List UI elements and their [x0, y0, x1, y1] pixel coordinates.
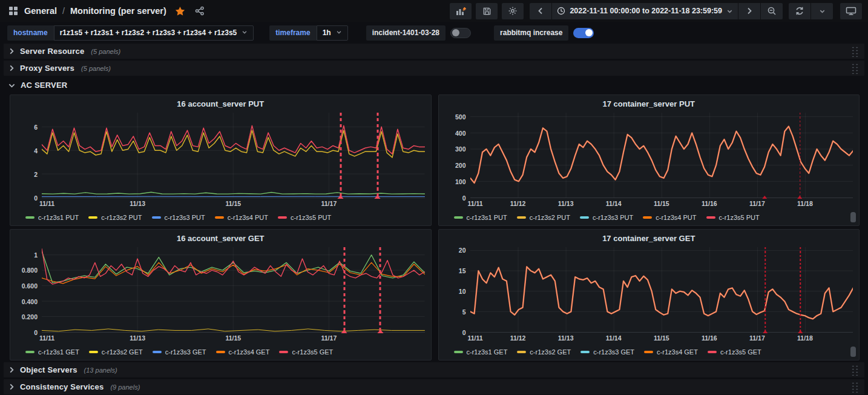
row-ac-server[interactable]: AC SERVER: [4, 78, 864, 93]
annotation-marker[interactable]: [340, 113, 341, 198]
legend-item[interactable]: c-r1z3s2 PUT: [88, 214, 142, 221]
legend-item[interactable]: c-r1z3s4 PUT: [643, 214, 696, 221]
legend-label: c-r1z3s1 PUT: [467, 214, 507, 221]
legend-swatch: [25, 216, 35, 219]
legend-item[interactable]: c-r1z3s4 PUT: [215, 214, 268, 221]
x-tick-label: 11/13: [130, 334, 145, 342]
row-title: Object Servers: [20, 365, 77, 374]
annotation-marker[interactable]: [800, 247, 801, 332]
legend-label: c-r1z3s5 GET: [720, 348, 761, 356]
legend-swatch: [89, 351, 98, 353]
refresh-interval-caret[interactable]: [811, 3, 833, 19]
legend-item[interactable]: c-r1z3s1 PUT: [454, 214, 507, 221]
share-icon[interactable]: [195, 6, 205, 16]
annotation-marker[interactable]: [764, 113, 766, 198]
y-axis: 20151050: [441, 247, 470, 333]
row-drag-handle[interactable]: [850, 381, 858, 393]
plot-area[interactable]: [42, 247, 425, 333]
legend-item[interactable]: c-r1z3s3 GET: [580, 348, 634, 356]
legend-item[interactable]: c-r1z3s5 GET: [708, 348, 761, 356]
row-panel-count: (5 panels): [91, 48, 120, 55]
x-tick-label: 11/15: [225, 334, 241, 342]
refresh-button[interactable]: [789, 3, 810, 19]
annotation-marker[interactable]: [343, 247, 345, 332]
legend-item[interactable]: c-r1z3s1 GET: [25, 348, 79, 356]
caret-down-icon: [726, 8, 733, 15]
legend-scrollbar-thumb[interactable]: [850, 212, 856, 222]
panel-title[interactable]: 17 container_server GET: [439, 230, 860, 245]
legend-item[interactable]: c-r1z3s1 PUT: [25, 214, 79, 221]
plot-area[interactable]: [470, 113, 853, 198]
legend-item[interactable]: c-r1z3s3 GET: [153, 348, 206, 356]
panel-title[interactable]: 16 account_server GET: [10, 230, 431, 245]
panel-title[interactable]: 17 container_server PUT: [439, 95, 860, 110]
page-title[interactable]: Monitoring (per server): [70, 6, 166, 16]
annotation-marker[interactable]: [764, 247, 766, 332]
breadcrumb-section[interactable]: General: [24, 6, 57, 16]
row-drag-handle[interactable]: [850, 45, 858, 57]
legend-item[interactable]: c-r1z3s5 PUT: [278, 214, 331, 221]
legend-item[interactable]: c-r1z3s4 GET: [644, 348, 698, 356]
legend-item[interactable]: c-r1z3s3 PUT: [152, 214, 205, 221]
legend-item[interactable]: c-r1z3s5 GET: [279, 348, 333, 356]
panel-title[interactable]: 16 account_server PUT: [10, 95, 431, 110]
legend-swatch: [152, 216, 161, 219]
annotation-marker[interactable]: [800, 113, 801, 198]
save-dashboard-button[interactable]: [476, 3, 498, 19]
y-tick-label: 15: [459, 267, 466, 274]
panel-plot-row: 5004003002001000: [439, 110, 860, 198]
zoom-out-button[interactable]: [761, 3, 783, 19]
row-consistency-services[interactable]: Consistency Services (9 panels): [4, 379, 864, 394]
legend-item[interactable]: c-r1z3s5 PUT: [706, 214, 760, 221]
star-icon[interactable]: [175, 6, 185, 16]
apps-grid-icon[interactable]: [8, 6, 18, 16]
legend-item[interactable]: c-r1z3s2 GET: [517, 348, 571, 356]
time-range-picker[interactable]: 2022-11-11 00:00:00 to 2022-11-18 23:59:…: [552, 3, 738, 19]
legend-swatch: [216, 351, 225, 353]
row-title: AC SERVER: [21, 81, 67, 90]
plot-area[interactable]: [42, 113, 425, 198]
incident-annotation-toggle[interactable]: [450, 28, 471, 38]
x-axis: 11/1111/1211/1311/1411/1511/1611/1711/18: [470, 333, 853, 344]
y-tick-label: 0: [462, 194, 466, 202]
annotation-marker[interactable]: [380, 247, 381, 332]
tv-mode-button[interactable]: [840, 3, 862, 19]
row-proxy-servers[interactable]: Proxy Servers (5 panels): [4, 61, 864, 76]
y-tick-label: 10: [459, 288, 466, 295]
legend-label: c-r1z3s5 PUT: [719, 214, 760, 221]
legend-item[interactable]: c-r1z3s2 GET: [89, 348, 143, 356]
header-bar: General / Monitoring (per server): [0, 0, 868, 22]
variable-rabbitmq: rabbitmq increase: [494, 25, 594, 41]
add-panel-button[interactable]: [450, 3, 472, 19]
rabbitmq-annotation-toggle[interactable]: [573, 28, 594, 38]
row-object-servers[interactable]: Object Servers (13 panels): [4, 362, 864, 377]
x-tick-label: 11/16: [702, 334, 717, 342]
grafana-dashboard: General / Monitoring (per server): [0, 0, 868, 395]
legend-item[interactable]: c-r1z3s2 PUT: [517, 214, 570, 221]
legend-item[interactable]: c-r1z3s1 GET: [454, 348, 508, 356]
x-tick-label: 11/17: [321, 200, 337, 207]
legend-swatch: [517, 216, 526, 219]
row-drag-handle[interactable]: [850, 364, 858, 376]
y-tick-label: 100: [455, 178, 466, 185]
dashboard-settings-button[interactable]: [502, 3, 524, 19]
row-drag-handle[interactable]: [850, 62, 858, 74]
legend-item[interactable]: c-r1z3s3 PUT: [580, 214, 633, 221]
x-tick-label: 11/13: [558, 200, 574, 207]
plot-area[interactable]: [470, 247, 853, 333]
annotation-marker[interactable]: [376, 113, 378, 198]
panels-grid: 16 account_server PUT642011/1111/1311/15…: [10, 95, 860, 360]
time-shift-back-button[interactable]: [530, 3, 551, 19]
x-tick-label: 11/15: [654, 334, 669, 342]
legend-scrollbar-thumb[interactable]: [850, 347, 856, 357]
timeframe-variable-select[interactable]: 1h: [317, 25, 348, 41]
y-tick-label: 6: [34, 124, 38, 131]
y-tick-label: 5: [462, 308, 466, 316]
x-axis: 11/1111/1311/1511/17: [42, 333, 425, 344]
x-tick-label: 11/12: [510, 334, 526, 342]
y-axis: 5004003002001000: [441, 113, 470, 198]
hostname-variable-select[interactable]: r1z1s5 + r1z3s1 + r1z3s2 + r1z3s3 + r1z3…: [54, 25, 254, 41]
row-server-resource[interactable]: Server Resource (5 panels): [4, 44, 864, 59]
legend-item[interactable]: c-r1z3s4 GET: [216, 348, 270, 356]
time-shift-forward-button[interactable]: [738, 3, 760, 19]
